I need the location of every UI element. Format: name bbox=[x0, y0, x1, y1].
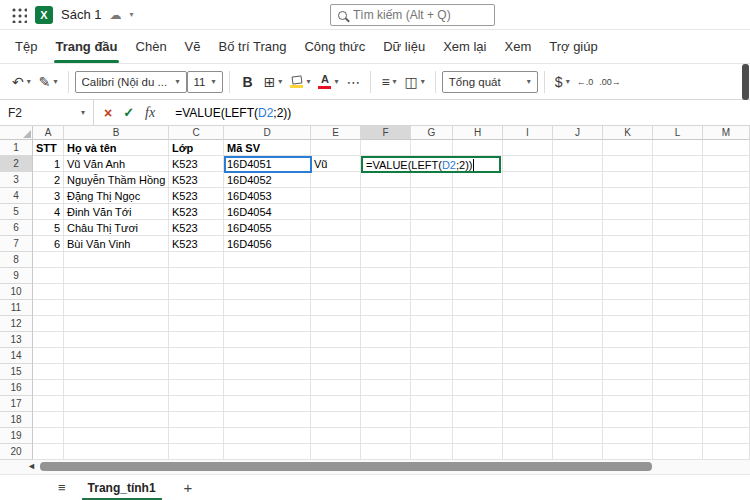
cell-F4[interactable] bbox=[361, 188, 411, 204]
cell-K14[interactable] bbox=[603, 348, 653, 364]
cell-L14[interactable] bbox=[653, 348, 703, 364]
cell-M2[interactable] bbox=[703, 156, 750, 172]
cell-H17[interactable] bbox=[453, 396, 503, 412]
cell-I16[interactable] bbox=[503, 380, 553, 396]
cell-M12[interactable] bbox=[703, 316, 750, 332]
cell-M9[interactable] bbox=[703, 268, 750, 284]
cell-A5[interactable]: 4 bbox=[33, 204, 64, 220]
cell-M7[interactable] bbox=[703, 236, 750, 252]
cell-A17[interactable] bbox=[33, 396, 64, 412]
cell-C12[interactable] bbox=[169, 316, 224, 332]
merge-cells-button[interactable]: ◫ ▾ bbox=[401, 72, 429, 92]
cell-H1[interactable] bbox=[453, 140, 503, 156]
row-header-3[interactable]: 3 bbox=[0, 172, 33, 188]
cell-G5[interactable] bbox=[411, 204, 453, 220]
fill-color-button[interactable]: ▾ bbox=[286, 74, 314, 90]
bold-button[interactable]: B bbox=[236, 72, 260, 92]
column-header-C[interactable]: C bbox=[169, 126, 224, 140]
cell-K4[interactable] bbox=[603, 188, 653, 204]
cell-A16[interactable] bbox=[33, 380, 64, 396]
search-input[interactable] bbox=[353, 8, 487, 22]
cell-A2[interactable]: 1 bbox=[33, 156, 64, 172]
cell-L5[interactable] bbox=[653, 204, 703, 220]
cell-E2[interactable]: Vũ bbox=[311, 156, 361, 172]
menu-tab-3[interactable]: Vẽ bbox=[176, 30, 210, 63]
cell-H11[interactable] bbox=[453, 300, 503, 316]
cell-B12[interactable] bbox=[64, 316, 169, 332]
decrease-decimal-button[interactable]: .00→ bbox=[596, 75, 624, 89]
cell-H16[interactable] bbox=[453, 380, 503, 396]
cell-A1[interactable]: STT bbox=[33, 140, 64, 156]
row-header-4[interactable]: 4 bbox=[0, 188, 33, 204]
cell-B14[interactable] bbox=[64, 348, 169, 364]
cell-F10[interactable] bbox=[361, 284, 411, 300]
cell-J11[interactable] bbox=[553, 300, 603, 316]
cell-H14[interactable] bbox=[453, 348, 503, 364]
column-header-L[interactable]: L bbox=[653, 126, 703, 140]
cell-I1[interactable] bbox=[503, 140, 553, 156]
cell-H10[interactable] bbox=[453, 284, 503, 300]
cell-J4[interactable] bbox=[553, 188, 603, 204]
cell-G9[interactable] bbox=[411, 268, 453, 284]
cell-C4[interactable]: K523 bbox=[169, 188, 224, 204]
cell-C14[interactable] bbox=[169, 348, 224, 364]
cell-L16[interactable] bbox=[653, 380, 703, 396]
cell-I3[interactable] bbox=[503, 172, 553, 188]
cell-F6[interactable] bbox=[361, 220, 411, 236]
currency-format-button[interactable]: $ ▾ bbox=[551, 72, 574, 92]
workbook-title[interactable]: Sách 1 bbox=[61, 7, 101, 22]
cell-H20[interactable] bbox=[453, 444, 503, 460]
cell-K18[interactable] bbox=[603, 412, 653, 428]
cell-I6[interactable] bbox=[503, 220, 553, 236]
cell-A9[interactable] bbox=[33, 268, 64, 284]
cell-C1[interactable]: Lớp bbox=[169, 140, 224, 156]
save-status-icon[interactable]: ☁ bbox=[109, 9, 121, 21]
cell-I18[interactable] bbox=[503, 412, 553, 428]
search-box[interactable] bbox=[330, 4, 495, 26]
cell-H19[interactable] bbox=[453, 428, 503, 444]
cell-K16[interactable] bbox=[603, 380, 653, 396]
cell-H9[interactable] bbox=[453, 268, 503, 284]
cell-I12[interactable] bbox=[503, 316, 553, 332]
column-header-F[interactable]: F bbox=[361, 126, 411, 140]
row-header-9[interactable]: 9 bbox=[0, 268, 33, 284]
cell-I9[interactable] bbox=[503, 268, 553, 284]
add-sheet-button[interactable]: + bbox=[178, 479, 199, 496]
cell-F20[interactable] bbox=[361, 444, 411, 460]
row-header-15[interactable]: 15 bbox=[0, 364, 33, 380]
cell-A13[interactable] bbox=[33, 332, 64, 348]
cell-C16[interactable] bbox=[169, 380, 224, 396]
cell-B8[interactable] bbox=[64, 252, 169, 268]
menu-tab-7[interactable]: Xem lại bbox=[434, 30, 495, 63]
cell-C13[interactable] bbox=[169, 332, 224, 348]
cell-M6[interactable] bbox=[703, 220, 750, 236]
cell-D17[interactable] bbox=[224, 396, 311, 412]
cell-L7[interactable] bbox=[653, 236, 703, 252]
cell-G19[interactable] bbox=[411, 428, 453, 444]
cell-L15[interactable] bbox=[653, 364, 703, 380]
cell-H4[interactable] bbox=[453, 188, 503, 204]
cell-C10[interactable] bbox=[169, 284, 224, 300]
cell-K20[interactable] bbox=[603, 444, 653, 460]
cell-M3[interactable] bbox=[703, 172, 750, 188]
cell-G8[interactable] bbox=[411, 252, 453, 268]
horizontal-scrollbar[interactable]: ◄ bbox=[0, 460, 750, 474]
cell-F13[interactable] bbox=[361, 332, 411, 348]
cell-C15[interactable] bbox=[169, 364, 224, 380]
cell-A11[interactable] bbox=[33, 300, 64, 316]
cell-I8[interactable] bbox=[503, 252, 553, 268]
cell-D8[interactable] bbox=[224, 252, 311, 268]
cell-A8[interactable] bbox=[33, 252, 64, 268]
cell-M1[interactable] bbox=[703, 140, 750, 156]
cell-L6[interactable] bbox=[653, 220, 703, 236]
cell-B10[interactable] bbox=[64, 284, 169, 300]
cell-F11[interactable] bbox=[361, 300, 411, 316]
cell-E16[interactable] bbox=[311, 380, 361, 396]
cell-G17[interactable] bbox=[411, 396, 453, 412]
row-header-11[interactable]: 11 bbox=[0, 300, 33, 316]
menu-tab-5[interactable]: Công thức bbox=[295, 30, 374, 63]
cell-E12[interactable] bbox=[311, 316, 361, 332]
cell-L19[interactable] bbox=[653, 428, 703, 444]
cell-J12[interactable] bbox=[553, 316, 603, 332]
format-painter-button[interactable]: ✎ ▾ bbox=[35, 72, 62, 92]
